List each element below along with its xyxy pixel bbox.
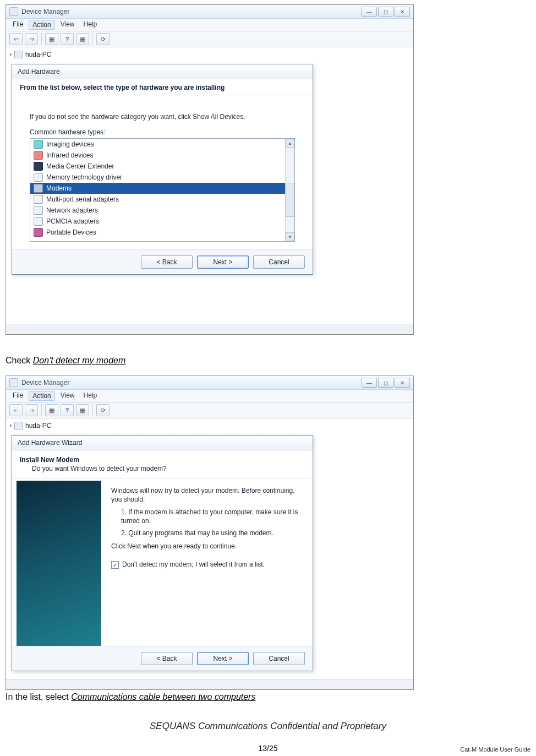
checkbox[interactable]: ✓ <box>111 561 119 569</box>
next-button[interactable]: Next > <box>197 255 249 269</box>
toolbar: ⇐ ⇒ ▦ ? ▦ ⟳ <box>6 402 413 418</box>
toolbar-icon[interactable]: ▦ <box>45 33 58 45</box>
instruction-emphasis: Don't detect my modem <box>33 356 125 365</box>
instruction-line-2: In the list, select Communications cable… <box>6 692 530 702</box>
list-item[interactable]: Multi-port serial adapters <box>30 194 286 205</box>
maximize-button[interactable]: ◻ <box>378 7 393 17</box>
back-icon[interactable]: ⇐ <box>9 33 23 45</box>
app-icon <box>9 378 18 387</box>
list-item[interactable]: Memory technology driver <box>30 172 286 183</box>
dialog-header-title: Install New Modem <box>20 456 305 464</box>
scroll-up-icon[interactable]: ▲ <box>286 139 294 148</box>
device-manager-window-1: Device Manager — ◻ ✕ File Action View He… <box>6 4 414 335</box>
titlebar: Device Manager — ◻ ✕ <box>6 5 413 19</box>
help-icon[interactable]: ? <box>61 33 74 45</box>
pcmcia-icon <box>34 217 43 226</box>
multiport-serial-icon <box>34 195 43 204</box>
device-manager-window-2: Device Manager — ◻ ✕ File Action View He… <box>6 376 414 690</box>
list-item-label: Imaging devices <box>46 140 94 148</box>
dialog-title: Add Hardware <box>12 64 313 79</box>
back-button[interactable]: < Back <box>141 255 193 269</box>
menu-help[interactable]: Help <box>80 20 101 30</box>
scrollbar[interactable]: ▲ ▼ <box>285 139 294 241</box>
computer-icon <box>14 422 23 429</box>
imaging-devices-icon <box>34 140 43 149</box>
list-item[interactable]: Portable Devices <box>30 227 286 238</box>
instruction-text: In the list, select <box>6 692 71 701</box>
scroll-down-icon[interactable]: ▼ <box>286 232 294 241</box>
dialog-header: Install New Modem Do you want Windows to… <box>12 450 313 478</box>
tree-root[interactable]: ▾huda-PC <box>8 48 411 61</box>
list-item[interactable]: PCMCIA adapters <box>30 216 286 227</box>
list-item-label: Modems <box>46 184 72 192</box>
minimize-button[interactable]: — <box>362 7 377 17</box>
dialog-content-row: Windows will now try to detect your mode… <box>12 478 313 646</box>
wizard-step-2: 2. Quit any programs that may be using t… <box>121 529 303 538</box>
add-hardware-wizard-dialog: Add Hardware Wizard Install New Modem Do… <box>12 435 313 671</box>
menu-help[interactable]: Help <box>80 391 101 401</box>
wizard-side-graphic <box>17 481 101 646</box>
titlebar: Device Manager — ◻ ✕ <box>6 376 413 390</box>
menubar: File Action View Help <box>6 390 413 402</box>
close-button[interactable]: ✕ <box>395 7 410 17</box>
menu-file[interactable]: File <box>9 391 26 401</box>
back-icon[interactable]: ⇐ <box>9 404 23 416</box>
maximize-button[interactable]: ◻ <box>378 378 393 388</box>
client-area: ▾huda-PC Add Hardware From the list belo… <box>6 47 413 324</box>
infrared-devices-icon <box>34 151 43 160</box>
list-item-label: Network adapters <box>46 206 98 214</box>
hardware-types-listbox[interactable]: Imaging devices Infrared devices Media C… <box>30 138 295 242</box>
dialog-button-row: < Back Next > Cancel <box>12 646 313 671</box>
list-item[interactable]: Imaging devices <box>30 139 286 150</box>
forward-icon[interactable]: ⇒ <box>25 33 38 45</box>
dont-detect-checkbox-row[interactable]: ✓ Don't detect my modem; I will select i… <box>111 561 303 569</box>
window-title: Device Manager <box>21 8 69 15</box>
menu-action[interactable]: Action <box>29 391 54 401</box>
back-button[interactable]: < Back <box>141 652 193 665</box>
window-title: Device Manager <box>21 379 69 387</box>
tree-root[interactable]: ▾huda-PC <box>8 420 411 432</box>
list-item[interactable]: Media Center Extender <box>30 161 286 172</box>
app-icon <box>9 7 18 16</box>
scroll-thumb[interactable] <box>286 183 294 217</box>
dialog-header-subtitle: Do you want Windows to detect your modem… <box>20 465 305 472</box>
toolbar: ⇐ ⇒ ▦ ? ▦ ⟳ <box>6 31 413 47</box>
media-center-icon <box>34 162 43 171</box>
instruction-emphasis: Communications cable between two compute… <box>71 692 255 701</box>
scan-icon[interactable]: ⟳ <box>96 404 110 416</box>
cancel-button[interactable]: Cancel <box>253 652 305 665</box>
wizard-paragraph: Click Next when you are ready to continu… <box>111 542 303 551</box>
document-title-sidenote: Cat-M Module User Guide <box>460 746 530 753</box>
menubar: File Action View Help <box>6 19 413 31</box>
list-item[interactable]: Infrared devices <box>30 150 286 161</box>
toolbar-icon[interactable]: ▦ <box>76 404 89 416</box>
cancel-button[interactable]: Cancel <box>253 255 305 269</box>
scan-icon[interactable]: ⟳ <box>96 33 110 45</box>
list-item-label: Multi-port serial adapters <box>46 195 119 203</box>
list-item-selected[interactable]: Modems <box>30 183 286 194</box>
instruction-text: Check <box>6 356 33 365</box>
statusbar <box>6 679 413 689</box>
tree-root-label: huda-PC <box>25 51 51 58</box>
list-item-label: PCMCIA adapters <box>46 217 99 225</box>
next-button[interactable]: Next > <box>197 652 249 665</box>
menu-file[interactable]: File <box>9 20 26 30</box>
minimize-button[interactable]: — <box>362 378 377 388</box>
menu-view[interactable]: View <box>57 20 78 30</box>
menu-view[interactable]: View <box>57 391 78 401</box>
tree-root-label: huda-PC <box>25 422 51 429</box>
close-button[interactable]: ✕ <box>395 378 410 388</box>
list-item-label: Portable Devices <box>46 229 96 236</box>
list-item[interactable]: Network adapters <box>30 205 286 216</box>
portable-devices-icon <box>34 228 43 237</box>
memory-driver-icon <box>34 173 43 182</box>
help-icon[interactable]: ? <box>61 404 74 416</box>
menu-action[interactable]: Action <box>29 20 54 30</box>
toolbar-icon[interactable]: ▦ <box>45 404 58 416</box>
modems-icon <box>34 184 43 193</box>
forward-icon[interactable]: ⇒ <box>25 404 38 416</box>
computer-icon <box>14 51 23 58</box>
toolbar-icon[interactable]: ▦ <box>76 33 89 45</box>
wizard-step-1: 1. If the modem is attached to your comp… <box>121 508 303 525</box>
dialog-hint: If you do not see the hardware category … <box>30 113 295 121</box>
